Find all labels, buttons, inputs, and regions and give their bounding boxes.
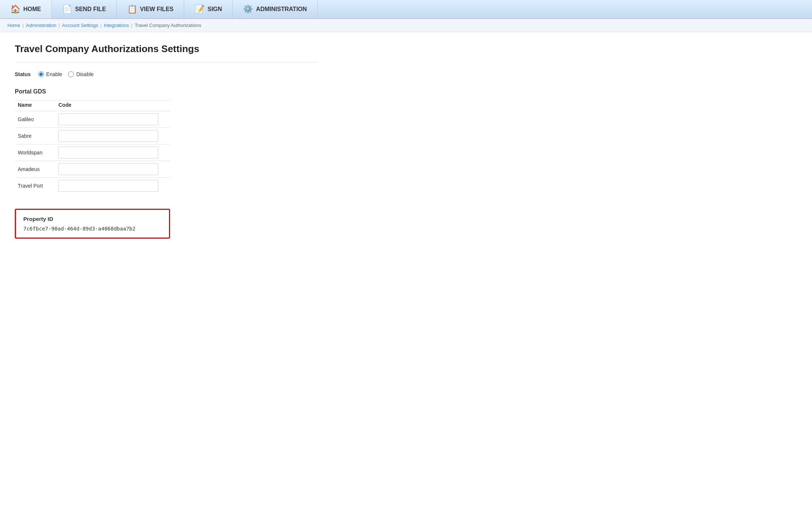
status-radio-group: Enable Disable <box>38 71 94 77</box>
status-disable-label: Disable <box>76 71 94 77</box>
table-row: Amadeus <box>15 161 170 178</box>
sign-icon: 📝 <box>194 4 204 14</box>
col-header-code: Code <box>55 100 170 111</box>
status-label: Status <box>15 71 31 77</box>
home-icon: 🏠 <box>10 4 20 14</box>
status-enable-option[interactable]: Enable <box>38 71 62 77</box>
property-id-title: Property ID <box>23 216 162 222</box>
gds-code-cell-3 <box>55 161 170 178</box>
view-files-icon: 📋 <box>127 4 137 14</box>
breadcrumb-sep-1: | <box>23 23 24 28</box>
breadcrumb-administration[interactable]: Administration <box>26 23 56 28</box>
gds-name-4: Travel Port <box>15 178 55 194</box>
status-enable-label: Enable <box>46 71 62 77</box>
gds-code-input-amadeus[interactable] <box>58 163 158 175</box>
breadcrumb-integrations[interactable]: Integrations <box>104 23 129 28</box>
page-title: Travel Company Authorizations Settings <box>15 43 318 55</box>
nav-view-files[interactable]: 📋 VIEW FILES <box>117 0 185 18</box>
gds-name-2: Worldspan <box>15 144 55 161</box>
send-file-icon: 📄 <box>62 4 72 14</box>
main-content: Travel Company Authorizations Settings S… <box>0 32 333 250</box>
table-row: Worldspan <box>15 144 170 161</box>
top-navigation: 🏠 HOME 📄 SEND FILE 📋 VIEW FILES 📝 SIGN ⚙… <box>0 0 812 19</box>
nav-send-file[interactable]: 📄 SEND FILE <box>52 0 117 18</box>
status-disable-radio[interactable] <box>68 71 74 77</box>
administration-icon: ⚙️ <box>243 4 253 14</box>
gds-code-input-travel-port[interactable] <box>58 180 158 192</box>
table-row: Galileo <box>15 111 170 128</box>
gds-name-3: Amadeus <box>15 161 55 178</box>
status-disable-option[interactable]: Disable <box>68 71 94 77</box>
gds-code-input-galileo[interactable] <box>58 113 158 125</box>
gds-code-input-worldspan[interactable] <box>58 147 158 158</box>
gds-code-cell-1 <box>55 128 170 144</box>
gds-code-input-sabre[interactable] <box>58 130 158 142</box>
gds-code-cell-0 <box>55 111 170 128</box>
gds-table: Name Code GalileoSabreWorldspanAmadeusTr… <box>15 100 170 194</box>
nav-administration[interactable]: ⚙️ ADMINISTRATION <box>233 0 317 18</box>
gds-name-1: Sabre <box>15 128 55 144</box>
property-id-value: 7c6fbce7-90ad-464d-89d3-a4068dbaa7b2 <box>23 226 162 232</box>
breadcrumb-current: Travel Company Authorizations <box>135 23 201 28</box>
gds-code-cell-4 <box>55 178 170 194</box>
table-row: Travel Port <box>15 178 170 194</box>
nav-home[interactable]: 🏠 HOME <box>0 0 52 18</box>
nav-administration-label: ADMINISTRATION <box>256 6 307 13</box>
breadcrumb-sep-2: | <box>58 23 60 28</box>
breadcrumb-sep-3: | <box>100 23 101 28</box>
breadcrumb-home[interactable]: Home <box>7 23 20 28</box>
breadcrumb: Home | Administration | Account Settings… <box>0 19 812 32</box>
breadcrumb-account-settings[interactable]: Account Settings <box>62 23 98 28</box>
nav-send-file-label: SEND FILE <box>75 6 106 13</box>
status-enable-radio[interactable] <box>38 71 44 77</box>
col-header-name: Name <box>15 100 55 111</box>
nav-sign[interactable]: 📝 SIGN <box>184 0 233 18</box>
property-id-box: Property ID 7c6fbce7-90ad-464d-89d3-a406… <box>15 209 170 239</box>
nav-sign-label: SIGN <box>207 6 222 13</box>
nav-view-files-label: VIEW FILES <box>140 6 174 13</box>
title-divider <box>15 62 318 62</box>
gds-name-0: Galileo <box>15 111 55 128</box>
breadcrumb-sep-4: | <box>131 23 132 28</box>
nav-home-label: HOME <box>23 6 41 13</box>
status-row: Status Enable Disable <box>15 71 318 77</box>
gds-code-cell-2 <box>55 144 170 161</box>
portal-gds-title: Portal GDS <box>15 88 318 95</box>
table-row: Sabre <box>15 128 170 144</box>
